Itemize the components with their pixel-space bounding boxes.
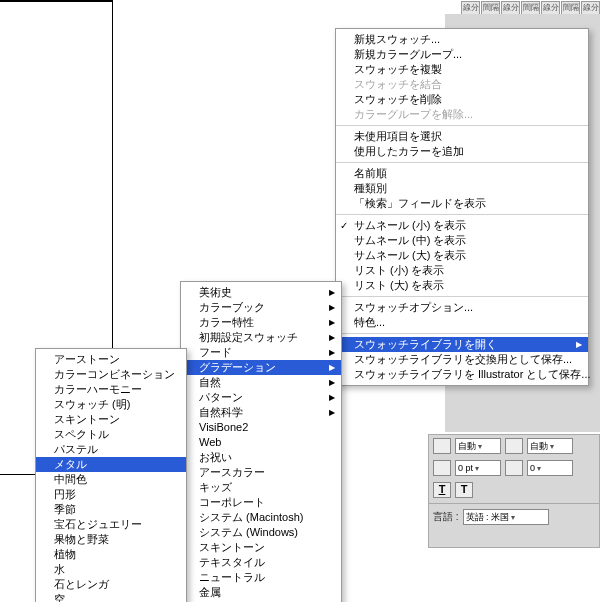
menu-item-label: サムネール (大) を表示 <box>354 249 466 261</box>
menu-item[interactable]: 自然 <box>181 375 341 390</box>
menu-item[interactable]: 自然科学 <box>181 405 341 420</box>
language-label: 言語 : <box>433 510 459 524</box>
tab-btn[interactable]: 間隔 <box>561 1 580 15</box>
menu-item-label: 新規カラーグループ... <box>354 48 462 60</box>
menu-item[interactable]: システム (Macintosh) <box>181 510 341 525</box>
character-panel: 自動 自動 0 pt 0 T T 言語 : 英語 : 米国 <box>428 434 600 548</box>
menu-item[interactable]: 新規スウォッチ... <box>336 32 588 47</box>
menu-item[interactable]: 円形 <box>36 487 186 502</box>
menu-item[interactable]: スウォッチライブラリを Illustrator として保存... <box>336 367 588 382</box>
menu-item-label: スウォッチを削除 <box>354 93 442 105</box>
menu-item-label: 種類別 <box>354 182 387 194</box>
menu-item[interactable]: スキントーン <box>181 540 341 555</box>
menu-item[interactable]: 名前順 <box>336 166 588 181</box>
menu-item[interactable]: 石とレンガ <box>36 577 186 592</box>
menu-item-label: ニュートラル <box>199 571 265 583</box>
menu-item-label: テキスタイル <box>199 556 265 568</box>
menu-item[interactable]: 季節 <box>36 502 186 517</box>
menu-item[interactable]: スキントーン <box>36 412 186 427</box>
menu-item-label: フード <box>199 346 232 358</box>
menu-item[interactable]: フード <box>181 345 341 360</box>
menu-item-label: 金属 <box>199 586 221 598</box>
menu-item[interactable]: システム (Windows) <box>181 525 341 540</box>
rotation-field[interactable]: 0 <box>527 460 573 476</box>
tab-btn[interactable]: 間隔 <box>481 1 500 15</box>
menu-item[interactable]: 空 <box>36 592 186 602</box>
menu-item[interactable]: カラーブック <box>181 300 341 315</box>
tracking-field[interactable]: 自動 <box>527 438 573 454</box>
menu-item[interactable]: カラーハーモニー <box>36 382 186 397</box>
menu-item[interactable]: スウォッチライブラリを交換用として保存... <box>336 352 588 367</box>
menu-item-label: サムネール (小) を表示 <box>354 219 466 231</box>
baseline-shift-field[interactable]: 0 pt <box>455 460 501 476</box>
menu-item[interactable]: 新規カラーグループ... <box>336 47 588 62</box>
underline-icon[interactable]: T <box>433 482 451 498</box>
menu-item[interactable]: 「検索」フィールドを表示 <box>336 196 588 211</box>
menu-item[interactable]: スペクトル <box>36 427 186 442</box>
menu-item[interactable]: 水 <box>36 562 186 577</box>
menu-item[interactable]: スウォッチオプション... <box>336 300 588 315</box>
menu-item[interactable]: 中間色 <box>36 472 186 487</box>
menu-item[interactable]: パステル <box>36 442 186 457</box>
menu-item[interactable]: キッズ <box>181 480 341 495</box>
swatches-panel-menu: 新規スウォッチ...新規カラーグループ...スウォッチを複製スウォッチを結合スウ… <box>335 28 589 386</box>
menu-item[interactable]: テキスタイル <box>181 555 341 570</box>
menu-separator <box>336 214 588 215</box>
menu-item: カラーグループを解除... <box>336 107 588 122</box>
menu-item-label: 美術史 <box>199 286 232 298</box>
menu-item[interactable]: 金属 <box>181 585 341 600</box>
menu-item-label: システム (Macintosh) <box>199 511 304 523</box>
menu-item[interactable]: 植物 <box>36 547 186 562</box>
leading-icon <box>433 438 451 454</box>
menu-item[interactable]: 使用したカラーを追加 <box>336 144 588 159</box>
menu-item[interactable]: ✓サムネール (小) を表示 <box>336 218 588 233</box>
menu-item[interactable]: 宝石とジュエリー <box>36 517 186 532</box>
menu-item[interactable]: 特色... <box>336 315 588 330</box>
menu-item[interactable]: メタル <box>36 457 186 472</box>
menu-item-label: キッズ <box>199 481 232 493</box>
menu-item[interactable]: 美術史 <box>181 285 341 300</box>
menu-item[interactable]: サムネール (中) を表示 <box>336 233 588 248</box>
menu-item[interactable]: 初期設定スウォッチ <box>181 330 341 345</box>
menu-item-label: サムネール (中) を表示 <box>354 234 466 246</box>
menu-item[interactable]: Web <box>181 435 341 450</box>
menu-item[interactable]: カラーコンビネーション <box>36 367 186 382</box>
menu-item[interactable]: リスト (小) を表示 <box>336 263 588 278</box>
menu-item-label: 自然科学 <box>199 406 243 418</box>
menu-item-label: スキントーン <box>199 541 265 553</box>
tab-btn[interactable]: 線分 <box>461 1 480 15</box>
tab-btn[interactable]: 間隔 <box>521 1 540 15</box>
menu-item-label: カラーグループを解除... <box>354 108 473 120</box>
menu-item-label: 名前順 <box>354 167 387 179</box>
menu-item[interactable]: アーストーン <box>36 352 186 367</box>
tab-btn[interactable]: 線分 <box>541 1 560 15</box>
menu-item[interactable]: コーポレート <box>181 495 341 510</box>
menu-item[interactable]: スウォッチを削除 <box>336 92 588 107</box>
menu-item-label: システム (Windows) <box>199 526 298 538</box>
menu-item[interactable]: リスト (大) を表示 <box>336 278 588 293</box>
strikethrough-icon[interactable]: T <box>455 482 473 498</box>
menu-item[interactable]: VisiBone2 <box>181 420 341 435</box>
menu-item[interactable]: スウォッチ (明) <box>36 397 186 412</box>
menu-item[interactable]: 未使用項目を選択 <box>336 129 588 144</box>
menu-item[interactable]: アースカラー <box>181 465 341 480</box>
menu-item[interactable]: パターン <box>181 390 341 405</box>
menu-item[interactable]: スウォッチを複製 <box>336 62 588 77</box>
language-field[interactable]: 英語 : 米国 <box>463 509 549 525</box>
menu-item-label: お祝い <box>199 451 232 463</box>
menu-item[interactable]: カラー特性 <box>181 315 341 330</box>
leading-field[interactable]: 自動 <box>455 438 501 454</box>
menu-item[interactable]: サムネール (大) を表示 <box>336 248 588 263</box>
menu-item[interactable]: スウォッチライブラリを開く <box>336 337 588 352</box>
menu-item-label: スウォッチライブラリを開く <box>354 338 497 350</box>
menu-item-label: スウォッチを結合 <box>354 78 442 90</box>
menu-item-label: 「検索」フィールドを表示 <box>354 197 486 209</box>
menu-item[interactable]: 種類別 <box>336 181 588 196</box>
tab-btn[interactable]: 線分 <box>501 1 520 15</box>
rotation-icon <box>505 460 523 476</box>
tab-btn[interactable]: 線分 <box>581 1 600 15</box>
menu-item[interactable]: お祝い <box>181 450 341 465</box>
menu-item[interactable]: ニュートラル <box>181 570 341 585</box>
menu-item[interactable]: グラデーション <box>181 360 341 375</box>
menu-item[interactable]: 果物と野菜 <box>36 532 186 547</box>
